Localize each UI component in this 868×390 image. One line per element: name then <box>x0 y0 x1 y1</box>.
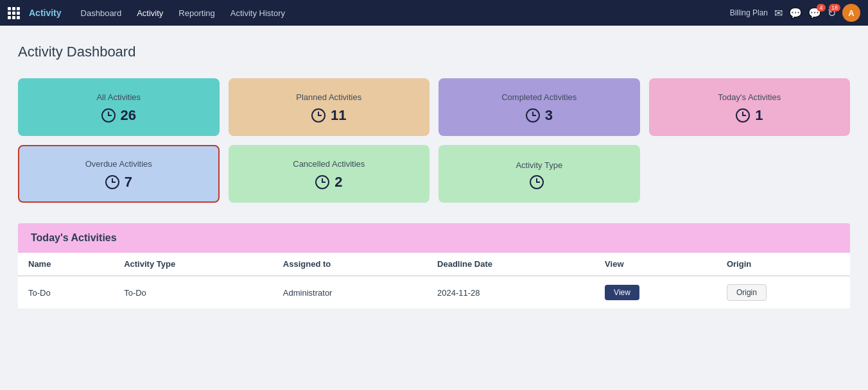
row-deadline-date: 2024-11-28 <box>427 276 595 309</box>
refresh-icon[interactable]: ↻ 18 <box>828 7 836 19</box>
nav-history[interactable]: Activity History <box>224 6 291 21</box>
card-today-value: 1 <box>736 107 763 124</box>
row-origin-cell: Origin <box>716 276 850 309</box>
chat-icon[interactable]: 💬 4 <box>808 7 821 19</box>
card-acttype-value <box>530 175 549 189</box>
row-assigned-to: Administrator <box>273 276 427 309</box>
table-header-row: Name Activity Type Assigned to Deadline … <box>18 253 850 276</box>
nav-reporting[interactable]: Reporting <box>172 6 221 21</box>
activities-table-container: Name Activity Type Assigned to Deadline … <box>18 253 850 309</box>
card-completed-label: Completed Activities <box>501 92 577 102</box>
card-cancelled-label: Cancelled Activities <box>293 159 365 169</box>
nav-activity[interactable]: Activity <box>130 6 169 21</box>
today-activities-section: Today's Activities Name Activity Type As… <box>18 223 850 309</box>
col-view: View <box>595 253 716 276</box>
card-planned-activities[interactable]: Planned Activities 11 <box>229 78 430 136</box>
card-activity-type[interactable]: Activity Type <box>438 145 640 203</box>
clock-icon-today <box>736 108 750 123</box>
today-section-header: Today's Activities <box>18 223 850 253</box>
chat-badge: 4 <box>817 4 826 12</box>
clock-icon-all <box>101 108 116 123</box>
whatsapp-icon[interactable]: 💬 <box>789 7 802 19</box>
card-all-value: 26 <box>101 107 136 124</box>
row-view-cell: View <box>595 276 716 309</box>
card-completed-value: 3 <box>526 107 553 124</box>
origin-button[interactable]: Origin <box>727 284 767 301</box>
col-origin: Origin <box>716 253 850 276</box>
table-row: To-Do To-Do Administrator 2024-11-28 Vie… <box>18 276 850 309</box>
view-button[interactable]: View <box>605 285 639 300</box>
clock-icon-planned <box>311 108 326 123</box>
card-today-number: 1 <box>755 107 763 124</box>
card-cancelled-value: 2 <box>315 174 342 191</box>
card-planned-label: Planned Activities <box>296 92 361 102</box>
col-name: Name <box>18 253 114 276</box>
col-activity-type: Activity Type <box>114 253 273 276</box>
billing-plan-label: Billing Plan <box>730 8 768 17</box>
brand-label[interactable]: Activity <box>29 8 62 18</box>
row-activity-type: To-Do <box>114 276 273 309</box>
card-acttype-label: Activity Type <box>516 160 562 170</box>
clock-icon-overdue <box>105 175 119 189</box>
card-cancelled-number: 2 <box>334 174 342 191</box>
card-cancelled-activities[interactable]: Cancelled Activities 2 <box>229 145 430 203</box>
apps-icon[interactable] <box>8 7 20 19</box>
top-nav: Activity Dashboard Activity Reporting Ac… <box>0 0 868 26</box>
col-deadline-date: Deadline Date <box>427 253 595 276</box>
table-header: Name Activity Type Assigned to Deadline … <box>18 253 850 276</box>
page-title: Activity Dashboard <box>18 44 850 60</box>
card-planned-value: 11 <box>311 107 346 124</box>
row-name: To-Do <box>18 276 114 309</box>
card-overdue-value: 7 <box>105 174 132 191</box>
mail-icon[interactable]: ✉ <box>774 7 783 19</box>
card-all-number: 26 <box>121 107 136 124</box>
avatar[interactable]: A <box>842 4 860 22</box>
card-today-activities[interactable]: Today's Activities 1 <box>649 78 851 136</box>
col-assigned-to: Assigned to <box>273 253 427 276</box>
card-planned-number: 11 <box>331 107 346 124</box>
card-completed-activities[interactable]: Completed Activities 3 <box>438 78 640 136</box>
card-overdue-label: Overdue Activities <box>85 159 152 169</box>
clock-icon-acttype <box>530 175 544 189</box>
card-today-label: Today's Activities <box>718 92 781 102</box>
cards-grid: All Activities 26 Planned Activities 11 … <box>18 78 850 203</box>
table-body: To-Do To-Do Administrator 2024-11-28 Vie… <box>18 276 850 309</box>
card-overdue-activities[interactable]: Overdue Activities 7 <box>18 145 220 203</box>
refresh-badge: 18 <box>829 4 840 12</box>
card-all-activities[interactable]: All Activities 26 <box>18 78 220 136</box>
topnav-right: Billing Plan ✉ 💬 💬 4 ↻ 18 A <box>730 4 860 22</box>
clock-icon-cancelled <box>315 175 329 189</box>
main-content: Activity Dashboard All Activities 26 Pla… <box>0 26 868 322</box>
card-overdue-number: 7 <box>125 174 132 191</box>
card-all-label: All Activities <box>96 92 141 102</box>
nav-dashboard[interactable]: Dashboard <box>74 6 128 21</box>
card-completed-number: 3 <box>545 107 553 124</box>
activities-table: Name Activity Type Assigned to Deadline … <box>18 253 850 309</box>
clock-icon-completed <box>526 108 540 123</box>
